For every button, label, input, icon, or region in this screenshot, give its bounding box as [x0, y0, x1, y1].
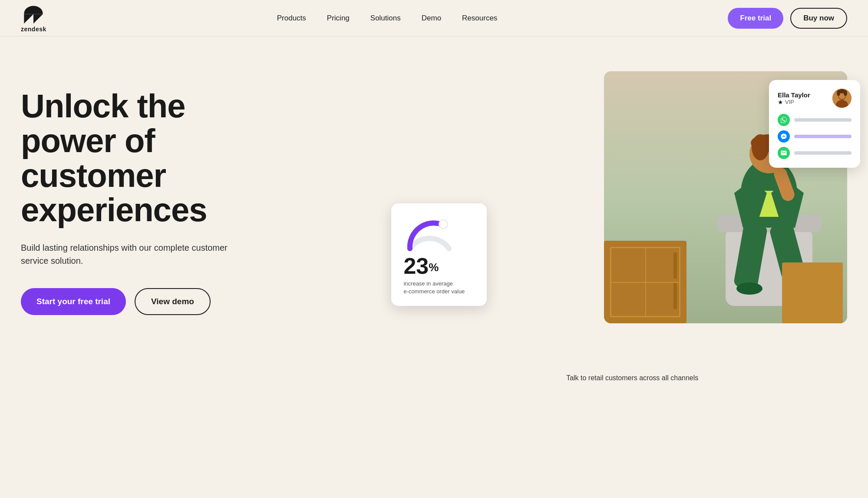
- nav-link-resources[interactable]: Resources: [462, 14, 497, 22]
- stat-number-row: 23%: [403, 255, 475, 277]
- stat-percent: %: [429, 260, 439, 273]
- stat-label: increase in averagee-commerce order valu…: [403, 280, 475, 295]
- logo[interactable]: zendesk: [21, 4, 46, 33]
- hero-caption: Talk to retail customers across all chan…: [566, 374, 698, 382]
- nav-link-products[interactable]: Products: [277, 14, 306, 22]
- navbar: zendesk Products Pricing Solutions Demo …: [0, 0, 868, 37]
- zendesk-logo-icon: [22, 4, 45, 25]
- cardboard-box-large: [604, 241, 686, 323]
- avatar: [832, 89, 851, 108]
- brand-name: zendesk: [21, 26, 46, 33]
- hero-left: Unlock the power of customer experiences…: [21, 71, 281, 315]
- hero-title: Unlock the power of customer experiences: [21, 89, 281, 227]
- crm-channels: [778, 114, 851, 159]
- email-icon: [778, 147, 790, 159]
- hero-section: Unlock the power of customer experiences…: [0, 37, 868, 498]
- hero-right: 23% increase in averagee-commerce order …: [417, 71, 847, 341]
- nav-link-solutions[interactable]: Solutions: [370, 14, 401, 22]
- crm-card: Ella Taylor ★ VIP: [769, 80, 860, 168]
- messenger-bar: [794, 135, 851, 138]
- nav-actions: Free trial Buy now: [728, 8, 847, 29]
- stat-widget: 23% increase in averagee-commerce order …: [391, 203, 487, 306]
- star-icon: ★: [778, 99, 783, 106]
- nav-item-resources[interactable]: Resources: [462, 14, 497, 23]
- email-bar: [794, 151, 851, 155]
- nav-links: Products Pricing Solutions Demo Resource…: [277, 14, 498, 23]
- channel-row-messenger: [778, 130, 851, 143]
- start-trial-button[interactable]: Start your free trial: [21, 288, 126, 315]
- nav-item-pricing[interactable]: Pricing: [327, 14, 350, 23]
- cardboard-box-small: [782, 262, 843, 323]
- channel-row-whatsapp: [778, 114, 851, 126]
- svg-point-24: [844, 90, 847, 96]
- svg-point-23: [837, 90, 840, 96]
- svg-point-15: [736, 282, 762, 295]
- stat-arc-svg: [403, 214, 455, 253]
- nav-item-demo[interactable]: Demo: [422, 14, 441, 23]
- hero-subtitle: Build lasting relationships with our com…: [21, 241, 229, 267]
- crm-user-info: Ella Taylor ★ VIP: [778, 91, 810, 106]
- nav-item-solutions[interactable]: Solutions: [370, 14, 401, 23]
- stat-label-text: increase in averagee-commerce order valu…: [403, 280, 465, 295]
- svg-point-5: [752, 134, 769, 160]
- svg-point-17: [439, 220, 448, 229]
- messenger-icon: [778, 130, 790, 143]
- crm-vip-badge: ★ VIP: [778, 99, 810, 106]
- nav-link-pricing[interactable]: Pricing: [327, 14, 350, 22]
- stat-number: 23: [403, 253, 429, 279]
- buy-now-button[interactable]: Buy now: [790, 8, 847, 29]
- crm-user-name: Ella Taylor: [778, 91, 810, 99]
- crm-user-row: Ella Taylor ★ VIP: [778, 89, 851, 108]
- svg-point-7: [761, 151, 766, 157]
- nav-item-products[interactable]: Products: [277, 14, 306, 23]
- nav-link-demo[interactable]: Demo: [422, 14, 441, 22]
- whatsapp-bar: [794, 118, 851, 122]
- whatsapp-icon: [778, 114, 790, 126]
- free-trial-button[interactable]: Free trial: [728, 8, 783, 29]
- vip-label: VIP: [785, 99, 794, 105]
- hero-buttons: Start your free trial View demo: [21, 288, 281, 315]
- view-demo-button[interactable]: View demo: [135, 288, 211, 315]
- avatar-image: [832, 89, 851, 108]
- channel-row-email: [778, 147, 851, 159]
